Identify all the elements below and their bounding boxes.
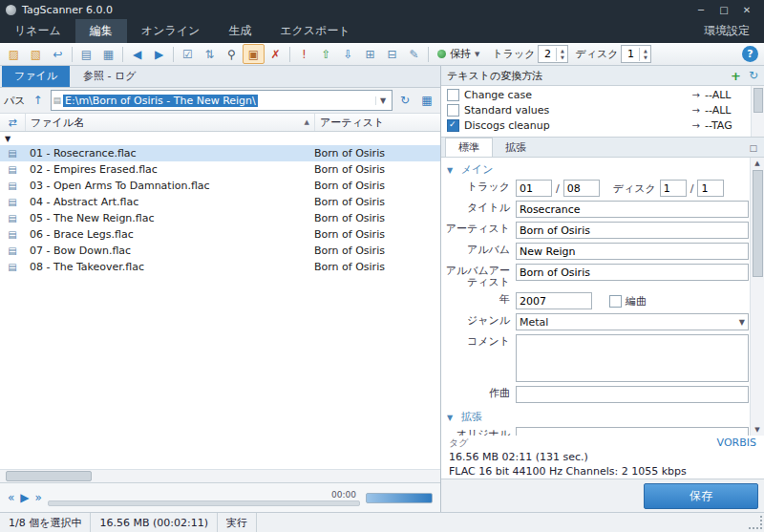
resize-grip[interactable] [749,516,762,529]
disc-spinner-input[interactable] [622,47,639,61]
column-filename[interactable]: ファイル名 ▲ [26,114,315,131]
export-tags-button[interactable]: ⇩ [337,44,359,64]
tab-standard[interactable]: 標準 [445,138,493,157]
next-track-button[interactable]: » [35,491,42,504]
add-transform-icon[interactable]: + [731,69,741,83]
refresh-transforms-icon[interactable]: ↻ [749,69,758,82]
help-button[interactable]: ? [742,46,758,62]
year-input[interactable] [516,292,592,309]
file-row[interactable]: ▤ 05 - The New Reign.flac Born of Osiris [0,210,440,226]
file-row[interactable]: ▤ 08 - The Takeover.flac Born of Osiris [0,259,440,275]
detach-panel-icon[interactable]: □ [749,143,760,157]
file-row[interactable]: ▤ 02 - Empires Erased.flac Born of Osiri… [0,161,440,178]
transform-scrollbar[interactable] [751,86,764,137]
prev-track-button[interactable]: « [8,491,14,504]
tab-files[interactable]: ファイル [2,66,70,87]
file-row[interactable]: ▤ 03 - Open Arms To Damnation.flac Born … [0,178,440,194]
track-total-input[interactable] [563,180,600,197]
refresh-button[interactable]: ↻ [395,91,414,110]
form-scrollbar[interactable]: ▲ ▼ [750,158,764,436]
transform-row[interactable]: Discogs cleanup → --TAG [441,117,764,133]
menu-rename[interactable]: リネーム [0,19,75,43]
transform-row[interactable]: Change case → --ALL [441,87,764,102]
save-button[interactable]: 保存 [644,483,758,509]
spin-down-icon[interactable]: ▼ [640,54,650,61]
tab-extended[interactable]: 拡張 [493,138,539,157]
paste-tags-button[interactable]: ⊟ [381,44,403,64]
file-row[interactable]: ▤ 07 - Bow Down.flac Born of Osiris [0,243,440,259]
transform-row[interactable]: Standard values → --ALL [441,102,764,117]
track-spinner[interactable]: ▲▼ [538,45,568,63]
tab-browse-log[interactable]: 参照 - ログ [71,66,148,87]
track-input[interactable] [516,180,552,197]
preview-toggle-button[interactable]: ▣ [243,44,265,64]
volume-slider[interactable] [366,493,433,503]
maximize-button[interactable]: □ [712,1,735,18]
disc-input[interactable] [660,180,687,197]
horizontal-scrollbar[interactable] [0,469,440,482]
album-artist-input[interactable] [516,264,749,281]
transform-checkbox[interactable] [447,89,459,101]
group-row[interactable]: ▼ [0,132,440,145]
path-combobox[interactable]: ▤ E:\m\Born of Osiris - The New Reign\ ▼ [51,90,393,111]
track-spinner-arrows[interactable]: ▲▼ [556,48,567,61]
select-dropdown-button[interactable]: ☑ [177,44,199,64]
transfer-icon[interactable]: ⇄ [0,114,26,131]
folder-options-button[interactable]: ▦ [417,91,436,110]
disc-spinner-arrows[interactable]: ▲▼ [639,48,650,61]
view-list-button[interactable]: ▤ [75,44,97,64]
scroll-up-icon[interactable]: ▲ [754,158,759,169]
combo-dropdown-icon[interactable]: ▼ [375,96,390,105]
import-tags-button[interactable]: ⇧ [315,44,337,64]
tag-type-link[interactable]: VORBIS [717,436,756,449]
scroll-down-icon[interactable]: ▼ [754,424,759,436]
menu-settings[interactable]: 環境設定 [690,19,764,43]
spin-down-icon[interactable]: ▼ [557,54,567,61]
edit-tag-button[interactable]: ✎ [403,44,425,64]
minimize-button[interactable]: ─ [690,1,712,18]
group-collapse-icon[interactable]: ▼ [5,135,11,143]
reload-tags-button[interactable]: ! [293,44,315,64]
scrollbar-thumb[interactable] [753,170,763,277]
open-folder-button[interactable]: ▧ [25,44,47,64]
album-input[interactable] [516,243,749,260]
view-grid-button[interactable]: ▦ [97,44,119,64]
menu-generate[interactable]: 生成 [214,19,265,43]
file-row[interactable]: ▤ 04 - Abstract Art.flac Born of Osiris [0,194,440,210]
section-main[interactable]: ▼ メイン [441,160,749,180]
close-button[interactable]: ✕ [735,1,758,18]
menu-export[interactable]: エクスポート [265,19,364,43]
copy-tags-button[interactable]: ⊞ [359,44,381,64]
spin-up-icon[interactable]: ▲ [557,48,567,54]
composer-input[interactable] [516,386,749,403]
columns-dropdown-button[interactable]: ⇅ [199,44,221,64]
next-file-button[interactable]: ▶ [148,44,170,64]
genre-select[interactable]: Metal ▼ [516,313,749,330]
scrollbar-thumb[interactable] [6,471,92,481]
menu-online[interactable]: オンライン [127,19,214,43]
disc-spinner[interactable]: ▲▼ [621,45,651,63]
comment-input[interactable] [516,334,749,382]
progress-slider[interactable] [48,500,360,506]
folder-up-icon[interactable]: ↑ [29,91,48,110]
original-input[interactable] [516,427,749,436]
play-button[interactable]: ▶ [20,491,29,504]
column-artist[interactable]: アーティスト [315,114,440,131]
menu-edit[interactable]: 編集 [75,19,127,43]
title-input[interactable] [516,201,749,218]
compilation-checkbox[interactable] [609,295,622,308]
spin-up-icon[interactable]: ▲ [640,48,650,54]
transform-checkbox[interactable] [447,119,459,132]
add-folder-button[interactable]: ▨ [3,44,25,64]
transform-checkbox[interactable] [447,104,459,117]
scrollbar-thumb[interactable] [753,88,763,113]
file-row[interactable]: ▤ 06 - Brace Legs.flac Born of Osiris [0,226,440,243]
file-row[interactable]: ▤ 01 - Rosecrance.flac Born of Osiris [0,145,440,161]
search-button[interactable]: ⚲ [221,44,243,64]
prev-file-button[interactable]: ◀ [126,44,148,64]
remove-file-button[interactable]: ✗ [265,44,286,64]
playback-progress[interactable]: 00:00 [48,490,360,506]
section-extended[interactable]: ▼ 拡張 [441,407,749,427]
undo-button[interactable]: ↩ [47,44,69,64]
disc-total-input[interactable] [697,180,724,197]
